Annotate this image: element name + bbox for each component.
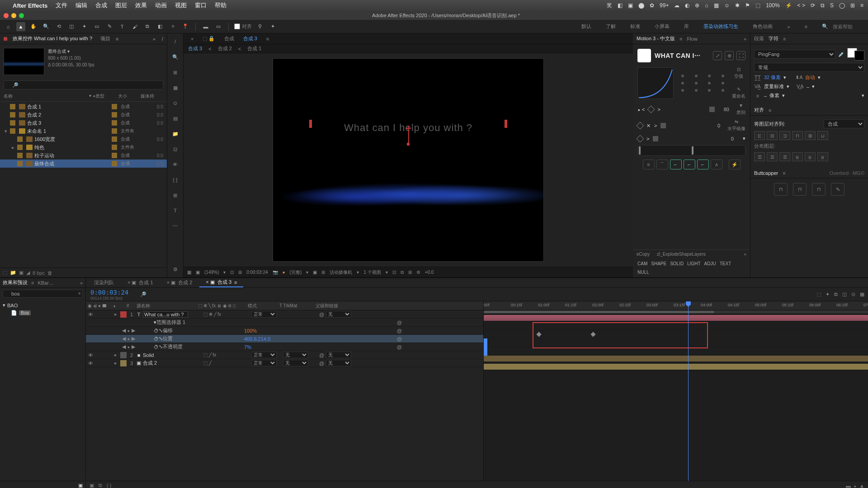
tl-ico-5[interactable]: ⊙ — [851, 291, 855, 297]
hdr-av[interactable]: ◉ ◂) ● ⯀ — [86, 303, 113, 308]
project-item[interactable]: 合成 1合成0:0 — [0, 103, 167, 111]
cmd-text[interactable]: TEXT — [720, 261, 731, 266]
mag-icon[interactable]: ▦ — [187, 270, 191, 275]
layer-property-row[interactable]: ◀ ⬥ ▶⏱⤡不透明度7%@ — [86, 343, 483, 351]
track-opacity[interactable] — [484, 347, 868, 355]
strip-anchor-icon[interactable]: ⊙ — [171, 99, 180, 108]
track-layer-1[interactable] — [484, 314, 868, 322]
col-label-icon[interactable]: ▾ ⬥ — [89, 93, 95, 99]
workspace-default[interactable]: 默认 — [579, 21, 594, 32]
snap-opt-icon[interactable]: ⚲ — [255, 22, 264, 31]
workspace-custom[interactable]: 墨染动效练习生 — [701, 21, 741, 32]
collapse-icon[interactable]: ▾ — [743, 136, 745, 141]
project-search-input[interactable] — [4, 80, 163, 89]
menu-window[interactable]: 窗口 — [195, 1, 207, 9]
effects-preset-tab[interactable]: 效果和预设 — [3, 279, 28, 286]
fast-prev-icon[interactable]: ⊡ — [230, 270, 234, 275]
zoom-marker-icon[interactable]: ⬥ — [854, 483, 857, 488]
status-icon[interactable]: ⊕ — [695, 2, 699, 9]
comp-name[interactable]: 最终合成 ▾ — [48, 48, 94, 55]
status-icon[interactable]: ▣ — [628, 2, 633, 9]
maximize-button[interactable] — [19, 13, 24, 18]
vp-ico[interactable]: ⚙ — [416, 270, 420, 275]
panel-overflow-icon[interactable]: » — [744, 36, 746, 42]
snapshot-icon[interactable]: 📷 — [273, 270, 278, 275]
strip-gear-icon[interactable]: ⚙ — [171, 265, 180, 274]
time-ruler[interactable]: 00f00:15f01:00f01:15f02:00f02:15f03:00f0… — [484, 301, 868, 310]
menu-view[interactable]: 视图 — [175, 1, 187, 9]
strip-folder-icon[interactable]: 📁 — [171, 129, 180, 138]
text-tool-icon[interactable]: T — [118, 22, 127, 31]
work-area-bar[interactable] — [484, 310, 868, 314]
grid-icon[interactable]: ⊞ — [238, 270, 242, 275]
zoom-tool-icon[interactable]: 🔍 — [42, 22, 51, 31]
clear-search-icon[interactable]: × — [78, 291, 81, 296]
kf-dot-icon[interactable] — [647, 106, 655, 113]
project-item[interactable]: 最终合成合成0:0 — [0, 160, 167, 168]
flow-tab[interactable]: Flow — [687, 36, 697, 42]
current-timecode[interactable]: 0:00:03:24 — [90, 289, 140, 296]
tl-ico-4[interactable]: ◫ — [842, 291, 847, 297]
res-icon[interactable]: ▣ — [196, 270, 200, 275]
track-range-selector[interactable] — [484, 322, 868, 330]
strip-layers-icon[interactable]: ▤ — [171, 114, 180, 123]
effects-tree[interactable]: ▾BAO 📄Boa — [0, 300, 85, 319]
workspace-anim[interactable]: 角色动画 — [750, 21, 775, 32]
panel-menu-icon[interactable]: ≡ — [783, 170, 785, 176]
cmd-solid[interactable]: SOLID — [670, 261, 684, 266]
exposure-value[interactable]: +0.0 — [425, 270, 434, 275]
project-item[interactable]: 合成 3合成0:0 — [0, 119, 167, 127]
motion-keyframe-dot[interactable] — [407, 143, 410, 145]
track-offset[interactable] — [484, 330, 868, 338]
layer-row[interactable]: 👁▸1T⬚ ✻ ╱ fx正常@无 — [86, 310, 483, 319]
kf-nav-icon[interactable]: ⬥ < — [637, 107, 645, 112]
font-style-select[interactable]: 常规 — [754, 63, 864, 72]
font-family-select[interactable]: PingFang — [754, 50, 835, 59]
dist-1-icon[interactable]: ☰ — [754, 152, 765, 161]
slider-handle[interactable] — [709, 107, 715, 112]
close-button[interactable] — [4, 13, 9, 18]
tl-tab-1[interactable]: × ▣ 合成 1 — [121, 278, 160, 287]
val-c[interactable]: 0 — [723, 136, 734, 141]
adjust-icon[interactable]: ◢ — [26, 270, 30, 276]
menu-file[interactable]: 文件 — [56, 1, 67, 9]
status-icon[interactable]: ⟳ — [811, 2, 815, 9]
status-icon[interactable]: ≡ — [860, 2, 863, 9]
color-swatches[interactable] — [847, 48, 864, 61]
project-tree[interactable]: 合成 1合成0:0合成 2合成0:0合成 3合成0:0▾未命名 1文件夹1600… — [0, 102, 167, 267]
strip-align-icon[interactable]: ▦ — [171, 83, 180, 92]
workspace-overflow-icon[interactable]: » — [784, 22, 793, 31]
snap-checkbox[interactable]: 对齐 — [234, 23, 252, 30]
ease-in-icon[interactable]: ⌐ — [670, 160, 682, 169]
mo-btn-3-icon[interactable]: ⛶ — [736, 51, 745, 60]
font-size-value[interactable]: 32 像素 — [764, 74, 781, 81]
tl-ico-6[interactable]: ▦ — [860, 291, 864, 297]
bpc-toggle[interactable]: 8 bpc — [33, 270, 45, 276]
search-layers-icon[interactable]: 🔎 — [140, 291, 146, 297]
rect-tool-icon[interactable]: ▭ — [92, 22, 101, 31]
col-type[interactable]: 类型 — [95, 93, 118, 99]
layer-property-row[interactable]: ◀ ⬥ ▶⏱⤡位置400.8,214.0@ — [86, 335, 483, 343]
strip-crop-icon[interactable]: ⊡ — [171, 145, 180, 154]
strip-split-icon[interactable]: ⊞ — [171, 68, 180, 77]
align-target-select[interactable]: 合成 — [824, 119, 864, 128]
eyedropper-icon[interactable]: 💉 — [838, 52, 844, 57]
cap-3-icon[interactable]: ⊓ — [812, 183, 826, 196]
views-select[interactable]: 1 个视图 — [363, 269, 381, 276]
tracking-value[interactable]: – — [807, 84, 809, 89]
strip-brace-icon[interactable]: { } — [171, 175, 180, 184]
playhead[interactable] — [688, 301, 689, 481]
paragraph-tab[interactable]: 段落 — [754, 35, 764, 42]
kf-nav-icon[interactable]: > — [646, 136, 649, 141]
tl-ico-3[interactable]: ⧉ — [834, 291, 838, 297]
zoom-out-icon[interactable]: ▬ — [846, 483, 851, 488]
col-media[interactable]: 媒体持 — [141, 93, 163, 99]
layer-row[interactable]: 👁▸2■Solid⬚ ╱ fx正常无@无 — [86, 351, 483, 359]
ecopy-tab[interactable]: eCopy — [637, 252, 650, 257]
dist-6-icon[interactable]: ⫼ — [817, 152, 828, 161]
strip-grid-icon[interactable]: ⊞ — [171, 191, 180, 200]
tl-foot-ico[interactable]: { } — [107, 483, 111, 488]
layer-property-row[interactable]: ◀ ⬥ ▶⏱⤡偏移100%@ — [86, 327, 483, 335]
home-icon[interactable]: ⌂ — [4, 22, 13, 31]
panel-overflow-icon[interactable]: » — [153, 36, 156, 42]
